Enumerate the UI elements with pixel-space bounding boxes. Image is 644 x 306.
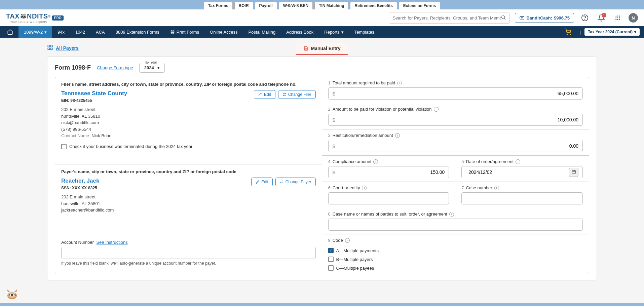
cart-icon[interactable] xyxy=(559,26,577,38)
code-b-checkbox[interactable] xyxy=(328,257,334,262)
info-icon[interactable]: i xyxy=(395,133,400,138)
b7-input[interactable] xyxy=(466,196,578,201)
svg-point-6 xyxy=(615,15,616,16)
info-icon[interactable]: i xyxy=(516,159,520,164)
b3-input[interactable] xyxy=(335,143,578,149)
bandit-cash-button[interactable]: BanditCash: $996.75 xyxy=(515,13,574,23)
terminated-check-label: Check if your business was terminated du… xyxy=(69,144,192,149)
nav-1099-w2[interactable]: 1099/W-2▾ xyxy=(18,26,52,38)
swap-icon xyxy=(282,92,287,97)
search-box[interactable] xyxy=(389,12,510,24)
logo[interactable]: TAX 🦝 NDITS ® — Your 1099 & W2 Experts —… xyxy=(6,12,64,24)
info-icon[interactable]: i xyxy=(397,81,402,85)
pencil-icon xyxy=(258,92,262,97)
svg-point-12 xyxy=(615,19,616,20)
nav-94x[interactable]: 94x xyxy=(52,26,70,38)
info-icon[interactable]: i xyxy=(345,238,350,243)
b6-input[interactable] xyxy=(333,196,445,201)
nav-home-icon[interactable] xyxy=(2,26,18,38)
account-number-input[interactable] xyxy=(66,250,311,256)
svg-point-7 xyxy=(617,15,618,16)
terminated-checkbox[interactable] xyxy=(61,144,67,149)
code-c-checkbox[interactable] xyxy=(328,265,334,271)
nav-online-access[interactable]: Online Access xyxy=(204,26,243,38)
top-tab-tax-forms[interactable]: Tax Forms xyxy=(204,2,233,9)
b8-label: Case name or names of parties to suit, o… xyxy=(333,212,447,217)
nav-address-book[interactable]: Address Book xyxy=(281,26,319,38)
nav-postal[interactable]: Postal Mailing xyxy=(243,26,281,38)
filer-phone: (578) 996-5544 xyxy=(61,126,316,133)
nav-bar: 1099/W-2▾ 94x 1042 ACA 8809 Extension Fo… xyxy=(0,26,644,38)
nav-aca[interactable]: ACA xyxy=(90,26,110,38)
b9-label: Code xyxy=(333,238,343,243)
payer-name: Reacher, Jack xyxy=(61,178,99,184)
info-icon[interactable]: i xyxy=(362,186,367,190)
b4-input[interactable] xyxy=(335,169,445,175)
info-icon[interactable]: i xyxy=(373,159,378,164)
ssn-label: SSN: xyxy=(61,186,71,190)
top-tab-boir[interactable]: BOIR xyxy=(234,2,253,9)
mask-icon: 🦝 xyxy=(20,12,27,20)
account-number-input-wrap[interactable] xyxy=(61,247,316,259)
nav-8809[interactable]: 8809 Extension Forms xyxy=(110,26,165,38)
filer-ein: 98-4325455 xyxy=(70,98,92,103)
edit-payer-button[interactable]: Edit xyxy=(251,178,273,186)
svg-point-19 xyxy=(570,34,570,35)
mascot-icon[interactable] xyxy=(5,287,19,301)
top-tab-retirement[interactable]: Retirement Benefits xyxy=(350,2,397,9)
nav-1042[interactable]: 1042 xyxy=(70,26,90,38)
filer-name: Tennessee State County xyxy=(61,90,127,97)
see-instructions-link[interactable]: See Instructions xyxy=(96,240,127,245)
change-form-type-link[interactable]: Change Form type xyxy=(97,65,133,70)
b3-label: Restitution/remediation amount xyxy=(333,133,393,138)
banditcash-amount: $996.75 xyxy=(554,15,570,21)
pro-badge: PRO xyxy=(52,15,64,21)
svg-point-10 xyxy=(617,17,618,18)
code-a-label: A—Multiple payments xyxy=(336,248,379,253)
change-payer-button[interactable]: Change Payer xyxy=(275,178,316,186)
search-icon[interactable] xyxy=(501,15,506,21)
manual-entry-tab[interactable]: Manual Entry xyxy=(296,43,348,55)
payer-ssn: XXX-XX-8325 xyxy=(72,186,97,190)
b2-num: 2 xyxy=(328,107,331,112)
logo-text-2: NDITS xyxy=(27,12,48,20)
top-tab-tin[interactable]: TIN Matching xyxy=(314,2,348,9)
code-b-label: B—Multiple payers xyxy=(336,257,373,262)
b5-input[interactable] xyxy=(466,169,567,175)
code-a-checkbox[interactable] xyxy=(328,248,334,253)
main-card: Form 1098-F Change Form type Tax Year 20… xyxy=(47,56,597,280)
swap-icon xyxy=(280,180,284,184)
info-icon[interactable]: i xyxy=(434,107,439,112)
banditcash-label: BanditCash: xyxy=(526,15,552,21)
year-select-label: Tax Year xyxy=(143,61,158,64)
edit-filer-button[interactable]: Edit xyxy=(254,90,275,99)
info-icon[interactable]: i xyxy=(494,186,499,190)
document-icon xyxy=(304,46,308,51)
logo-text-1: TAX xyxy=(6,12,20,20)
b1-input[interactable] xyxy=(335,91,578,96)
calendar-icon[interactable] xyxy=(569,168,578,177)
top-tab-payroll[interactable]: Payroll xyxy=(255,2,277,9)
filer-addr1: 202 E main street xyxy=(61,106,316,113)
help-icon[interactable] xyxy=(579,12,591,24)
notification-icon[interactable]: 1 xyxy=(596,12,607,24)
top-tabs-bar: Tax Forms BOIR Payroll W-9/W-8 BEN TIN M… xyxy=(0,0,644,9)
change-filer-button[interactable]: Change Filer xyxy=(278,90,316,99)
tax-year-dropdown[interactable]: Tax Year 2024 ▾ xyxy=(139,63,165,73)
b2-input[interactable] xyxy=(335,117,578,122)
tax-year-select[interactable]: Tax Year 2024 (Current)▾ xyxy=(584,28,640,36)
form-title: Form 1098-F xyxy=(55,64,91,71)
printer-icon xyxy=(170,30,175,34)
nav-print-forms[interactable]: Print Forms xyxy=(165,26,204,38)
b2-label: Amount to be paid for violation or poten… xyxy=(333,107,432,112)
search-input[interactable] xyxy=(392,15,501,21)
nav-reports[interactable]: Reports▾ xyxy=(319,26,349,38)
cash-icon xyxy=(519,15,525,21)
nav-templates[interactable]: Templates xyxy=(349,26,380,38)
avatar[interactable]: N xyxy=(629,13,638,23)
apps-icon[interactable] xyxy=(612,12,623,24)
info-icon[interactable]: i xyxy=(449,212,454,217)
top-tab-extension[interactable]: Extension Forms xyxy=(399,2,440,9)
b8-input[interactable] xyxy=(333,222,579,227)
top-tab-w9[interactable]: W-9/W-8 BEN xyxy=(279,2,313,9)
